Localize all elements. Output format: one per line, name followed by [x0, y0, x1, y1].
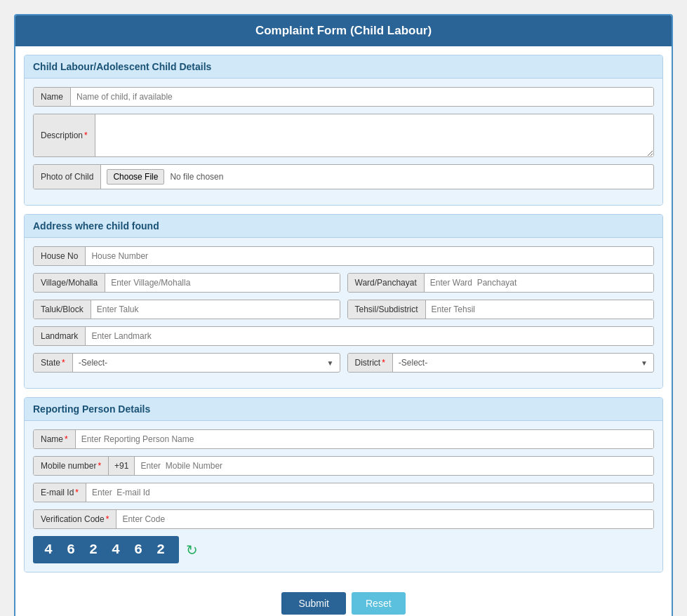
photo-label: Photo of Child — [34, 165, 101, 189]
tehsil-field: Tehsil/Subdistrict — [347, 300, 655, 319]
child-name-field: Name — [33, 87, 654, 107]
village-label: Village/Mohalla — [34, 274, 105, 292]
ward-input[interactable] — [425, 274, 653, 292]
address-section: Address where child found House No Villa… — [24, 214, 663, 389]
ward-label: Ward/Panchayat — [348, 274, 425, 292]
landmark-field: Landmark — [33, 326, 654, 346]
reporting-section: Reporting Person Details Name* Mobile nu… — [24, 397, 663, 573]
house-no-label: House No — [34, 247, 86, 265]
district-field: District* -Select- — [347, 353, 655, 373]
village-field: Village/Mohalla — [33, 273, 340, 293]
landmark-input[interactable] — [86, 327, 653, 345]
captcha-image: 4 6 2 4 6 2 — [33, 536, 179, 563]
verification-label: Verification Code* — [34, 510, 116, 528]
taluk-field: Taluk/Block — [33, 300, 340, 319]
captcha-section: 4 6 2 4 6 2 ↻ — [33, 536, 654, 563]
child-details-body: Name Description* Photo of Child — [25, 79, 662, 205]
form-title: Complaint Form (Child Labour) — [15, 15, 672, 46]
state-select-wrapper: -Select- — [73, 354, 340, 372]
photo-row: Photo of Child Choose File No file chose… — [33, 164, 654, 189]
refresh-captcha-icon[interactable]: ↻ — [186, 542, 198, 558]
photo-field: Photo of Child Choose File No file chose… — [33, 164, 654, 189]
form-container: Complaint Form (Child Labour) Child Labo… — [14, 14, 673, 616]
taluk-label: Taluk/Block — [34, 300, 91, 319]
house-no-field: House No — [33, 246, 654, 266]
reporter-name-field: Name* — [33, 429, 654, 449]
ward-field: Ward/Panchayat — [347, 273, 655, 293]
house-no-row: House No — [33, 246, 654, 266]
mobile-row: Mobile number* +91 — [33, 456, 654, 476]
child-name-row: Name — [33, 87, 654, 107]
verification-row: Verification Code* — [33, 509, 654, 529]
mobile-input[interactable] — [135, 457, 653, 475]
child-details-section: Child Labour/Adolescent Child Details Na… — [24, 55, 663, 206]
child-name-input[interactable] — [71, 88, 653, 106]
child-name-label: Name — [34, 88, 71, 106]
mobile-field: Mobile number* +91 — [33, 456, 654, 476]
file-input-area: Choose File No file chosen — [101, 165, 653, 189]
reporter-name-label: Name* — [34, 430, 76, 448]
reporting-body: Name* Mobile number* +91 — [25, 421, 662, 572]
description-label: Description* — [34, 114, 95, 156]
email-row: E-mail Id* — [33, 483, 654, 502]
description-field: Description* — [33, 114, 654, 157]
submit-button[interactable]: Submit — [281, 592, 346, 615]
state-field: State* -Select- — [33, 353, 340, 373]
district-label: District* — [348, 354, 393, 372]
reporting-header: Reporting Person Details — [25, 398, 662, 421]
reset-button[interactable]: Reset — [352, 592, 406, 615]
village-input[interactable] — [105, 274, 339, 292]
state-label: State* — [34, 354, 73, 372]
button-row: Submit Reset — [15, 581, 672, 616]
state-select[interactable]: -Select- — [73, 354, 340, 371]
district-select[interactable]: -Select- — [393, 354, 653, 371]
house-no-input[interactable] — [86, 247, 653, 265]
tehsil-label: Tehsil/Subdistrict — [348, 300, 426, 319]
address-header: Address where child found — [25, 215, 662, 238]
mobile-prefix: +91 — [109, 457, 135, 475]
landmark-label: Landmark — [34, 327, 86, 345]
village-ward-row: Village/Mohalla Ward/Panchayat — [33, 273, 654, 293]
landmark-row: Landmark — [33, 326, 654, 346]
child-details-header: Child Labour/Adolescent Child Details — [25, 55, 662, 79]
mobile-label: Mobile number* — [34, 457, 109, 475]
description-row: Description* — [33, 114, 654, 157]
taluk-tehsil-row: Taluk/Block Tehsil/Subdistrict — [33, 300, 654, 319]
state-district-row: State* -Select- District* -Select- — [33, 353, 654, 373]
email-field: E-mail Id* — [33, 483, 654, 502]
district-select-wrapper: -Select- — [393, 354, 653, 372]
email-label: E-mail Id* — [34, 483, 86, 502]
email-input[interactable] — [86, 483, 653, 502]
verification-input[interactable] — [116, 510, 653, 528]
reporter-name-input[interactable] — [76, 430, 653, 448]
verification-field: Verification Code* — [33, 509, 654, 529]
reporter-name-row: Name* — [33, 429, 654, 449]
choose-file-button[interactable]: Choose File — [107, 169, 164, 185]
address-body: House No Village/Mohalla Ward/Panchayat … — [25, 238, 662, 388]
no-file-text: No file chosen — [170, 172, 223, 182]
taluk-input[interactable] — [91, 300, 340, 319]
tehsil-input[interactable] — [426, 300, 653, 319]
description-textarea[interactable] — [95, 114, 653, 156]
